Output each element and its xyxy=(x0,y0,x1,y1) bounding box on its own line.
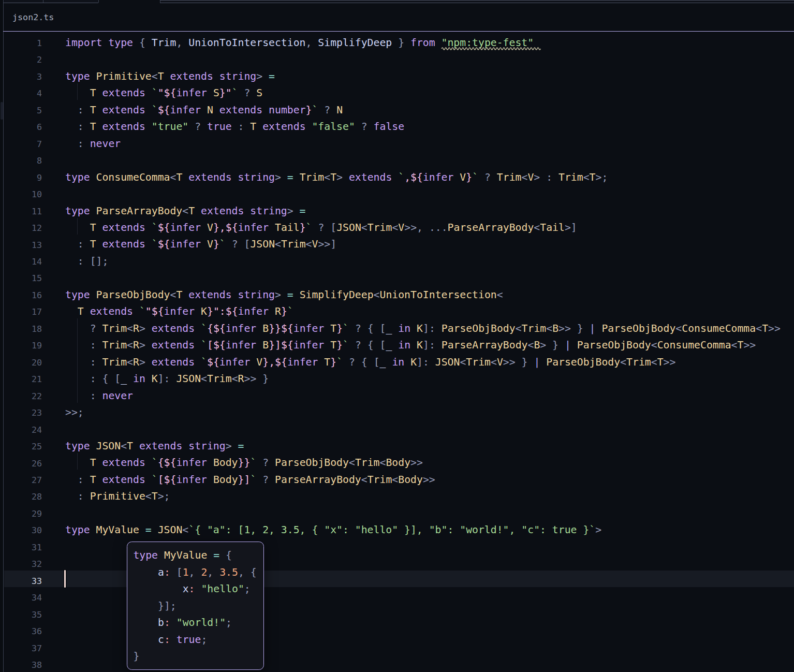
code-line[interactable]: ​ xyxy=(65,186,781,202)
line-number[interactable]: 34 xyxy=(0,589,42,606)
token-pu: , xyxy=(306,37,318,49)
line-number[interactable]: 28 xyxy=(0,488,42,505)
line-number[interactable]: 27 xyxy=(0,472,42,488)
line-number[interactable]: 3 xyxy=(0,68,42,85)
code-line[interactable]: T extends `${infer V},${infer Tail}` ? [… xyxy=(65,220,781,236)
line-number[interactable]: 23 xyxy=(0,404,42,421)
line-number[interactable]: 2 xyxy=(0,51,42,68)
file-name-label: json2.ts xyxy=(12,12,54,22)
line-number[interactable]: 6 xyxy=(0,119,42,135)
line-number[interactable]: 26 xyxy=(0,455,42,472)
code-line[interactable]: ? Trim<R> extends `{${infer B}}${infer T… xyxy=(65,320,781,337)
token-ty: Primitive xyxy=(90,490,145,502)
token-pk: { xyxy=(158,457,164,469)
line-number[interactable]: 11 xyxy=(0,203,42,220)
code-line[interactable]: type MyValue = JSON<`{ "a": [1, 2, 3.5, … xyxy=(65,522,781,538)
token-tx: SimplifyDeep xyxy=(318,37,392,49)
line-number[interactable]: 16 xyxy=(0,287,42,303)
token-tx xyxy=(65,474,78,486)
line-number[interactable]: 14 xyxy=(0,253,42,270)
token-mc: : xyxy=(164,617,170,629)
code-line[interactable]: ​ xyxy=(65,51,781,68)
line-number[interactable]: 19 xyxy=(0,337,42,354)
line-number[interactable]: 37 xyxy=(0,640,42,656)
line-number[interactable]: 12 xyxy=(0,220,42,236)
code-line[interactable]: T extends `{${infer Body}}` ? ParseObjBo… xyxy=(65,455,781,471)
line-number[interactable]: 4 xyxy=(0,85,42,101)
popup-code-line: b: "world!"; xyxy=(133,615,256,631)
token-ty: ParseObjBody xyxy=(601,323,675,334)
line-number[interactable]: 22 xyxy=(0,388,42,404)
code-line[interactable]: : Trim<R> extends `[${infer B}]${infer T… xyxy=(65,337,781,354)
token-lv: | xyxy=(565,339,571,351)
line-number[interactable]: 17 xyxy=(0,303,42,320)
code-line[interactable]: : { [_ in K]: JSON<Trim<R>> } xyxy=(65,371,781,387)
line-number[interactable]: 10 xyxy=(0,186,42,202)
line-number[interactable]: 24 xyxy=(0,421,42,438)
code-line[interactable]: type JSON<T extends string> = xyxy=(65,438,781,455)
token-ty: Tail xyxy=(275,222,300,233)
token-pu: < xyxy=(620,356,626,368)
line-number[interactable]: 25 xyxy=(0,438,42,455)
token-ty: R xyxy=(133,323,139,334)
token-pu: < xyxy=(361,222,367,233)
line-number[interactable]: 13 xyxy=(0,237,42,253)
token-ty: JSON xyxy=(250,238,275,250)
line-number[interactable]: 15 xyxy=(0,270,42,286)
token-pk: { xyxy=(207,323,213,334)
token-pu: : xyxy=(78,238,90,250)
code-line[interactable]: : []; xyxy=(65,253,781,270)
token-pu: < xyxy=(583,171,590,183)
line-number[interactable]: 32 xyxy=(0,556,42,572)
code-line[interactable]: : T extends `${infer V}` ? [JSON<Trim<V>… xyxy=(65,236,781,253)
token-pu: > xyxy=(275,289,287,301)
line-number[interactable]: 38 xyxy=(0,656,42,672)
token-pu: >> xyxy=(768,323,781,334)
code-line[interactable]: : never xyxy=(65,136,781,152)
line-number[interactable]: 1 xyxy=(0,35,42,51)
token-ty: MyValue xyxy=(96,524,145,536)
code-line[interactable]: ​ xyxy=(65,421,781,437)
line-number[interactable]: 31 xyxy=(0,539,42,556)
line-number[interactable]: 20 xyxy=(0,354,42,371)
code-line[interactable]: type Primitive<T extends string> = xyxy=(65,68,781,85)
token-pu: { [ xyxy=(367,323,386,334)
code-line[interactable]: : Primitive<T>; xyxy=(65,488,781,505)
token-ty: JSON xyxy=(176,373,201,385)
code-editor[interactable]: import type { Trim, UnionToIntersection,… xyxy=(65,35,781,539)
code-line[interactable]: ​ xyxy=(65,270,781,286)
code-line[interactable]: : T extends `${infer N extends number}` … xyxy=(65,102,781,119)
line-number[interactable]: 5 xyxy=(0,102,42,119)
token-pu: { [ xyxy=(102,373,121,385)
line-number[interactable]: 18 xyxy=(0,320,42,337)
code-line[interactable]: ​ xyxy=(65,505,781,522)
token-pu: { xyxy=(139,37,152,49)
token-kw: type xyxy=(65,70,96,82)
line-number[interactable]: 7 xyxy=(0,136,42,152)
code-line[interactable]: : Trim<R> extends `${infer V},${infer T}… xyxy=(65,354,781,371)
token-pu: < xyxy=(275,238,281,250)
line-number[interactable]: 9 xyxy=(0,169,42,186)
token-pk: ${ xyxy=(213,323,226,334)
code-line[interactable]: type ConsumeComma<T extends string> = Tr… xyxy=(65,169,781,186)
line-number[interactable]: 29 xyxy=(0,505,42,522)
line-number[interactable]: 30 xyxy=(0,522,42,538)
line-number[interactable]: 35 xyxy=(0,606,42,623)
code-line[interactable]: : T extends `[${infer Body}]` ? ParseArr… xyxy=(65,472,781,488)
code-line[interactable]: type ParseObjBody<T extends string> = Si… xyxy=(65,287,781,303)
code-line[interactable]: import type { Trim, UnionToIntersection,… xyxy=(65,35,781,51)
code-line[interactable]: type ParseArrayBody<T extends string> = xyxy=(65,203,781,220)
code-line[interactable]: T extends `"${infer S}"` ? S xyxy=(65,85,781,101)
code-line[interactable]: : never xyxy=(65,388,781,404)
token-pu: , xyxy=(207,566,219,578)
line-number[interactable]: 36 xyxy=(0,623,42,639)
token-kw: infer xyxy=(238,305,275,317)
line-number[interactable]: 33 xyxy=(0,573,42,589)
token-ty: B xyxy=(552,323,558,334)
code-line[interactable]: ​ xyxy=(65,152,781,169)
line-number[interactable]: 8 xyxy=(0,152,42,169)
code-line[interactable]: >>; xyxy=(65,404,781,421)
line-number[interactable]: 21 xyxy=(0,371,42,387)
code-line[interactable]: T extends `"${infer K}":${infer R}` xyxy=(65,303,781,320)
code-line[interactable]: : T extends "true" ? true : T extends "f… xyxy=(65,119,781,135)
